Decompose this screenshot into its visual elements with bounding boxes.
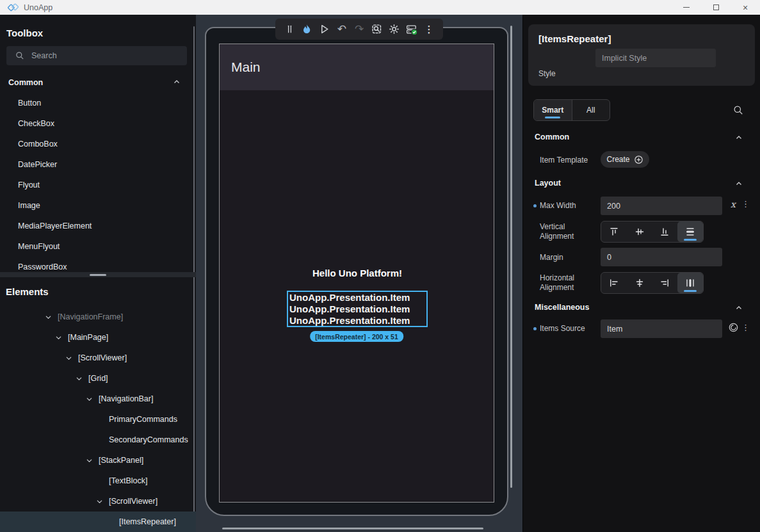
tree-item-mainpage[interactable]: [MainPage] <box>0 327 196 348</box>
align-top-button[interactable] <box>601 222 627 242</box>
selected-element-title: [ItemsRepeater] <box>538 33 611 44</box>
tree-item-itemsrepeater[interactable]: [ItemsRepeater] <box>0 512 196 532</box>
left-sidebar: Toolbox Common ButtonCheckBoxComboBoxDat… <box>0 15 196 532</box>
tree-item-scrollviewer[interactable]: [ScrollViewer] <box>0 348 196 368</box>
element-picker-icon[interactable] <box>370 23 383 36</box>
properties-search-button[interactable] <box>732 104 745 117</box>
plus-circle-icon <box>634 155 643 165</box>
splitter-handle-icon <box>90 274 106 276</box>
vertical-alignment-label: Vertical Alignment <box>540 222 597 241</box>
selected-underline <box>684 239 697 241</box>
toolbox-section-common[interactable]: Common <box>8 77 188 88</box>
tree-item-textblock[interactable]: [TextBlock] <box>0 471 196 491</box>
more-options-icon[interactable]: ⋮ <box>741 199 750 209</box>
more-options-icon[interactable]: ⋮ <box>741 323 750 332</box>
maximize-icon <box>713 4 719 10</box>
tab-all[interactable]: All <box>572 100 610 120</box>
stretch-horizontal-button[interactable] <box>677 273 703 293</box>
tree-item-label: PrimaryCommands <box>109 415 177 424</box>
tree-item-label: [ItemsRepeater] <box>119 517 176 526</box>
active-tab-underline <box>545 117 560 118</box>
chevron-up-icon[interactable] <box>734 134 743 141</box>
tree-item-label: [MainPage] <box>68 333 108 342</box>
toolbox-item-menuflyout[interactable]: MenuFlyout <box>0 236 196 257</box>
minimize-button[interactable] <box>672 0 701 15</box>
toolbox-item-mediaplayerelement[interactable]: MediaPlayerElement <box>0 216 196 236</box>
theme-sun-icon[interactable] <box>388 23 401 36</box>
expression-x-icon[interactable]: x <box>731 199 736 209</box>
tree-item-primarycommands[interactable]: PrimaryCommands <box>0 409 196 430</box>
repeater-item-text: UnoApp.Presentation.Item <box>288 315 426 326</box>
toolbox-search-input[interactable] <box>31 51 187 60</box>
tree-item-label: SecondaryCommands <box>109 435 188 444</box>
binding-icon[interactable] <box>728 322 739 335</box>
items-source-input[interactable] <box>601 319 722 338</box>
design-canvas[interactable]: Main Hello Uno Platform! UnoApp.Presenta… <box>196 15 522 532</box>
properties-tabs: Smart All <box>533 99 610 121</box>
tree-item-label: [Grid] <box>88 374 108 383</box>
toolbox-item-image[interactable]: Image <box>0 195 196 216</box>
toolbox-section-label: Common <box>8 78 43 87</box>
max-width-input[interactable] <box>601 197 722 215</box>
close-icon: × <box>743 3 748 12</box>
toolbox-item-datepicker[interactable]: DatePicker <box>0 154 196 175</box>
hello-textblock[interactable]: Hello Uno Platform! <box>220 268 494 278</box>
align-right-button[interactable] <box>652 273 678 293</box>
tab-smart[interactable]: Smart <box>534 100 572 120</box>
toolbox-search-box[interactable] <box>6 46 187 65</box>
app-title: UnoApp <box>24 3 53 12</box>
canvas-horizontal-scrollbar[interactable] <box>222 528 483 529</box>
canvas-vertical-scrollbar[interactable] <box>510 26 512 488</box>
align-left-button[interactable] <box>601 273 627 293</box>
undo-icon[interactable]: ↶ <box>336 23 348 36</box>
close-button[interactable]: × <box>731 0 760 15</box>
connection-status-icon[interactable] <box>405 23 418 36</box>
search-icon <box>15 51 25 61</box>
section-common-title: Common <box>535 133 569 141</box>
tree-item-secondarycommands[interactable]: SecondaryCommands <box>0 430 196 450</box>
itemsrepeater-selection[interactable]: UnoApp.Presentation.ItemUnoApp.Presentat… <box>287 291 428 327</box>
toolbox-item-button[interactable]: Button <box>0 93 196 113</box>
selected-underline <box>684 290 697 292</box>
panel-splitter[interactable] <box>0 272 196 277</box>
tree-item-navigationframe[interactable]: [NavigationFrame] <box>0 307 196 327</box>
chevron-up-icon[interactable] <box>173 77 181 88</box>
create-template-button[interactable]: Create <box>601 151 649 168</box>
tree-item-grid[interactable]: [Grid] <box>0 368 196 389</box>
selection-size-badge: [ItemsRepeater] - 200 x 51 <box>310 331 403 342</box>
tree-item-stackpanel[interactable]: [StackPanel] <box>0 450 196 471</box>
chevron-down-icon[interactable] <box>74 375 83 382</box>
drag-handle-icon[interactable] <box>283 23 296 36</box>
align-bottom-button[interactable] <box>652 222 678 242</box>
toolbox-item-flyout[interactable]: Flyout <box>0 175 196 195</box>
stretch-vertical-button[interactable] <box>677 222 703 242</box>
tree-item-navigationbar[interactable]: [NavigationBar] <box>0 389 196 409</box>
chevron-up-icon[interactable] <box>734 180 743 188</box>
style-input[interactable] <box>595 49 716 67</box>
device-screen[interactable]: Main Hello Uno Platform! UnoApp.Presenta… <box>219 44 494 503</box>
more-menu-icon[interactable]: ⋮ <box>423 23 435 36</box>
chevron-down-icon[interactable] <box>54 334 63 341</box>
hot-reload-flame-icon[interactable] <box>300 23 313 36</box>
redo-icon[interactable]: ↷ <box>353 23 366 36</box>
tree-item-label: [NavigationFrame] <box>58 312 123 321</box>
align-center-horizontal-button[interactable] <box>627 273 652 293</box>
tree-item-label: [StackPanel] <box>99 456 143 465</box>
tree-item-scrollviewer[interactable]: [ScrollViewer] <box>0 491 196 512</box>
chevron-down-icon[interactable] <box>85 457 93 464</box>
toolbox-item-combobox[interactable]: ComboBox <box>0 134 196 154</box>
chevron-down-icon[interactable] <box>64 355 73 362</box>
chevron-down-icon[interactable] <box>44 314 53 321</box>
app-page-header: Main <box>220 44 494 90</box>
style-label: Style <box>538 69 556 78</box>
maximize-button[interactable] <box>701 0 731 15</box>
chevron-down-icon[interactable] <box>95 498 104 505</box>
align-center-vertical-button[interactable] <box>627 222 652 242</box>
chevron-up-icon[interactable] <box>734 304 743 312</box>
item-template-label: Item Template <box>540 156 588 165</box>
margin-input[interactable] <box>601 248 722 266</box>
play-icon[interactable] <box>318 23 331 36</box>
toolbox-title: Toolbox <box>6 28 43 38</box>
chevron-down-icon[interactable] <box>85 396 93 403</box>
toolbox-item-checkbox[interactable]: CheckBox <box>0 113 196 134</box>
